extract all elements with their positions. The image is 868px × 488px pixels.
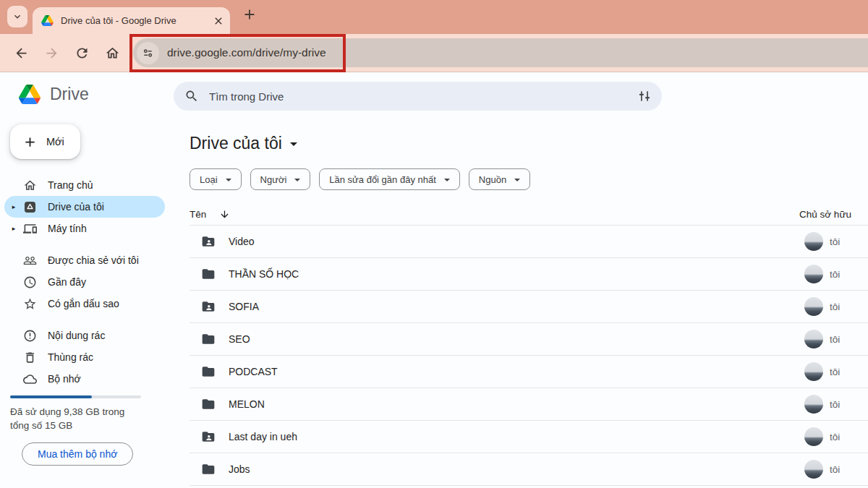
- name-column-header[interactable]: Tên: [190, 209, 206, 220]
- sidebar-item-label: Drive của tôi: [48, 201, 104, 213]
- sidebar-item-computers[interactable]: ▸Máy tính: [4, 218, 165, 239]
- sidebar-item-starred[interactable]: Có gắn dấu sao: [4, 293, 165, 314]
- sidebar-item-trash[interactable]: Thùng rác: [4, 346, 165, 368]
- file-name: Last day in ueh: [229, 431, 297, 442]
- advanced-search-button[interactable]: [637, 88, 653, 104]
- sort-direction-icon[interactable]: [219, 209, 230, 220]
- address-bar[interactable]: drive.google.com/drive/my-drive: [133, 38, 868, 67]
- sidebar-item-storage[interactable]: Bộ nhớ: [4, 368, 165, 390]
- dropdown-caret-icon: [294, 179, 300, 181]
- storage-usage-text: Đã sử dụng 9,38 GB trong tổng số 15 GB: [10, 405, 145, 432]
- file-row[interactable]: PODCASTtôi: [190, 356, 868, 388]
- cloud-icon: [23, 372, 37, 386]
- filter-chip-modified[interactable]: Lần sửa đổi gần đây nhất: [319, 168, 459, 190]
- forward-button[interactable]: [38, 40, 64, 66]
- site-controls-button[interactable]: [137, 42, 159, 64]
- tab-strip: Drive của tôi - Google Drive: [0, 0, 868, 34]
- dropdown-caret-icon: [514, 179, 520, 181]
- owner-cell: tôi: [804, 395, 868, 414]
- sidebar: Drive Mới Trang chủ▸Drive của tôi▸Máy tí…: [0, 72, 174, 488]
- owner-cell: tôi: [804, 265, 868, 283]
- filter-chip-label: Loại: [200, 174, 218, 185]
- owner-avatar: [804, 460, 823, 479]
- filter-chip-label: Nguồn: [479, 174, 506, 185]
- url-text: drive.google.com/drive/my-drive: [167, 46, 326, 59]
- storage-progress-fill: [10, 395, 92, 398]
- new-tab-button[interactable]: [240, 5, 259, 24]
- file-row[interactable]: SOFIAtôi: [190, 291, 868, 323]
- filter-chip-label: Lần sửa đổi gần đây nhất: [329, 174, 435, 185]
- filter-chip-row: LoạiNgườiLần sửa đổi gần đây nhấtNguồn: [190, 168, 868, 190]
- filter-chip-people[interactable]: Người: [250, 168, 311, 190]
- sidebar-item-label: Nội dung rác: [48, 330, 105, 341]
- file-row[interactable]: Videotôi: [190, 226, 868, 258]
- sidebar-item-label: Được chia sẻ với tôi: [48, 254, 139, 266]
- people-icon: [23, 254, 37, 267]
- devices-icon: [23, 222, 37, 236]
- file-name: Jobs: [229, 463, 250, 475]
- file-rows: VideotôiTHẦN SỐ HỌCtôiSOFIAtôiSEOtôiPODC…: [190, 226, 868, 486]
- shared-folder-icon: [201, 234, 216, 249]
- page-title: Drive của tôi: [190, 134, 282, 153]
- browser-tab[interactable]: Drive của tôi - Google Drive: [33, 7, 230, 34]
- sidebar-item-my-drive[interactable]: ▸Drive của tôi: [4, 196, 165, 218]
- file-row[interactable]: THẦN SỐ HỌCtôi: [190, 258, 868, 291]
- sidebar-item-label: Bộ nhớ: [48, 373, 81, 385]
- file-row[interactable]: Last day in uehtôi: [190, 421, 868, 453]
- tab-search-button[interactable]: [7, 6, 27, 27]
- forward-arrow-icon: [44, 46, 59, 61]
- buy-storage-button[interactable]: Mua thêm bộ nhớ: [22, 442, 133, 466]
- filter-chip-source[interactable]: Nguồn: [469, 168, 530, 190]
- dropdown-caret-icon: [444, 179, 450, 181]
- owner-cell: tôi: [804, 362, 868, 381]
- owner-avatar: [804, 362, 823, 381]
- drive-logo-icon: [19, 85, 41, 104]
- tab-title: Drive của tôi - Google Drive: [61, 15, 211, 26]
- folder-icon: [201, 462, 216, 476]
- sidebar-item-spam[interactable]: Nội dung rác: [4, 325, 165, 346]
- owner-avatar: [804, 297, 823, 316]
- shared-folder-icon: [201, 429, 216, 444]
- owner-cell: tôi: [804, 232, 868, 251]
- owner-name: tôi: [830, 432, 840, 442]
- search-placeholder: Tìm trong Drive: [209, 90, 637, 103]
- file-row[interactable]: SEOtôi: [190, 323, 868, 356]
- storage-section: Đã sử dụng 9,38 GB trong tổng số 15 GB M…: [0, 395, 174, 466]
- sidebar-item-recent[interactable]: Gần đây: [4, 271, 165, 293]
- owner-avatar: [804, 330, 823, 348]
- sidebar-item-shared-with-me[interactable]: Được chia sẻ với tôi: [4, 249, 165, 271]
- owner-avatar: [804, 232, 823, 251]
- drive-app: Drive Mới Trang chủ▸Drive của tôi▸Máy tí…: [0, 72, 868, 488]
- folder-icon: [201, 364, 216, 379]
- expand-arrow-icon[interactable]: ▸: [4, 225, 23, 232]
- table-header: Tên Chủ sở hữu: [190, 204, 868, 226]
- sidebar-item-label: Có gắn dấu sao: [48, 298, 119, 309]
- file-name: SOFIA: [229, 301, 259, 312]
- folder-icon: [201, 332, 216, 346]
- owner-cell: tôi: [804, 427, 868, 446]
- drive-brand: Drive: [0, 82, 174, 106]
- sidebar-item-home[interactable]: Trang chủ: [4, 174, 165, 196]
- storage-progress-bar: [10, 395, 141, 398]
- expand-arrow-icon[interactable]: ▸: [4, 203, 23, 210]
- reload-button[interactable]: [69, 40, 95, 66]
- file-name: MELON: [229, 398, 265, 410]
- browser-toolbar: drive.google.com/drive/my-drive: [0, 34, 868, 72]
- new-button[interactable]: Mới: [10, 124, 80, 159]
- main-content: Tìm trong Drive Drive của tôi LoạiNgườiL…: [174, 72, 868, 488]
- browser-window: Drive của tôi - Google Drive drive.googl…: [0, 0, 868, 488]
- tune-icon: [141, 46, 155, 60]
- tab-close-button[interactable]: [211, 14, 226, 28]
- page-title-dropdown[interactable]: Drive của tôi: [190, 132, 297, 154]
- home-icon: [23, 179, 37, 192]
- file-row[interactable]: Jobstôi: [190, 453, 868, 486]
- file-row[interactable]: MELONtôi: [190, 388, 868, 421]
- back-button[interactable]: [8, 40, 34, 66]
- home-button[interactable]: [99, 40, 125, 66]
- back-arrow-icon: [14, 46, 29, 61]
- tune-icon: [637, 89, 652, 103]
- drive-search-bar[interactable]: Tìm trong Drive: [174, 82, 662, 111]
- filter-chip-label: Người: [260, 174, 287, 185]
- filter-chip-type[interactable]: Loại: [190, 168, 242, 190]
- plus-icon: [22, 134, 38, 150]
